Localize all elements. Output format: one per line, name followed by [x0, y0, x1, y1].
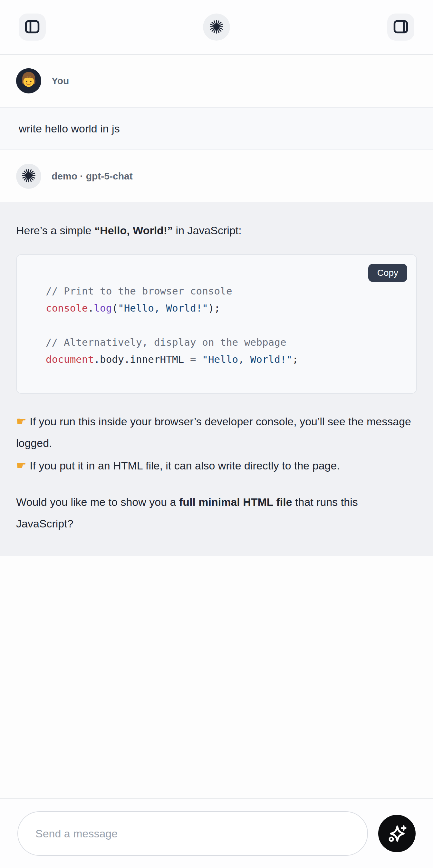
tip-text: If you run this inside your browser’s de…: [16, 415, 411, 449]
send-button[interactable]: [378, 815, 415, 852]
assistant-author-row: demo · gpt-5-chat: [0, 150, 433, 202]
panel-right-icon: [393, 20, 408, 34]
user-author-row: You: [0, 55, 433, 107]
code-line: console.log("Hello, World!");: [46, 300, 403, 317]
assistant-avatar: [16, 164, 41, 189]
user-message: write hello world in js: [0, 107, 433, 150]
pointing-hand-icon: ☛: [16, 415, 26, 428]
code-line: // Alternatively, display on the webpage: [46, 334, 403, 351]
closing-text: Would you like me to show you a: [16, 496, 179, 508]
panel-left-icon: [25, 20, 40, 34]
tip-paragraph: ☛If you run this inside your browser’s d…: [16, 410, 417, 454]
code-line: // Print to the browser console: [46, 283, 403, 300]
starburst-icon: [209, 19, 224, 36]
person-emoji-icon: [16, 68, 41, 93]
tip-text: If you put it in an HTML file, it can al…: [30, 460, 340, 472]
assistant-author-name: demo · gpt-5-chat: [52, 171, 133, 182]
user-avatar: [16, 68, 41, 93]
user-message-text: write hello world in js: [19, 122, 120, 135]
message-input[interactable]: [18, 811, 368, 856]
code-content: // Print to the browser consoleconsole.l…: [46, 283, 403, 368]
assistant-intro-paragraph: Here’s a simple “Hello, World!” in JavaS…: [16, 220, 417, 241]
model-logo-button[interactable]: [203, 13, 230, 40]
code-line: document.body.innerHTML = "Hello, World!…: [46, 351, 403, 368]
intro-text: Here’s a simple: [16, 224, 94, 237]
closing-bold-text: full minimal HTML file: [179, 496, 292, 508]
assistant-message: Here’s a simple “Hello, World!” in JavaS…: [0, 202, 433, 556]
intro-bold-text: “Hello, World!”: [94, 224, 173, 237]
code-line: [46, 317, 403, 334]
composer-bar: [0, 798, 433, 868]
copy-button[interactable]: Copy: [368, 264, 407, 282]
code-block: Copy // Print to the browser consolecons…: [16, 254, 417, 394]
tip-paragraph: ☛If you put it in an HTML file, it can a…: [16, 455, 417, 476]
assistant-closing-paragraph: Would you like me to show you a full min…: [16, 491, 417, 534]
user-author-name: You: [52, 75, 69, 86]
right-panel-toggle-button[interactable]: [387, 13, 414, 40]
sparkle-icon: [387, 823, 407, 844]
pointing-hand-icon: ☛: [16, 459, 26, 472]
sidebar-toggle-button[interactable]: [19, 13, 46, 40]
intro-text-after: in JavaScript:: [173, 224, 242, 237]
starburst-icon: [20, 167, 37, 185]
top-bar: [0, 0, 433, 55]
